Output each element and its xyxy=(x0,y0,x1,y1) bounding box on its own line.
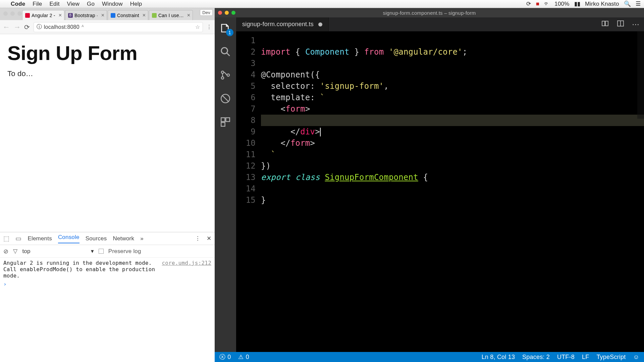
status-indent[interactable]: Spaces: 2 xyxy=(522,354,550,361)
devtools-close-icon[interactable]: ✕ xyxy=(207,235,211,242)
menu-file[interactable]: File xyxy=(33,1,42,7)
vscode-window: signup-form.component.ts – signup-form 1 xyxy=(215,8,644,362)
tab-title: Constraint xyxy=(117,13,139,18)
window-title: signup-form.component.ts – signup-form xyxy=(383,10,476,16)
menubar-user[interactable]: Mirko Knasto xyxy=(585,1,619,7)
devtools-menu-icon[interactable]: ⋮ xyxy=(195,235,201,242)
code-content[interactable]: import { Component } from '@angular/core… xyxy=(261,32,644,352)
devtools-panel: ⬚ ▭ Elements Console Sources Network » ⋮… xyxy=(0,232,215,362)
debug-icon[interactable] xyxy=(219,93,231,105)
info-icon[interactable]: ⓘ xyxy=(37,23,42,31)
menu-go[interactable]: Go xyxy=(87,1,95,7)
more-actions-icon[interactable]: ⋯ xyxy=(632,20,639,29)
editor-tab[interactable]: signup-form.component.ts xyxy=(236,17,329,31)
minimize-icon[interactable] xyxy=(225,11,229,15)
page-content: Sign Up Form To do… xyxy=(0,34,215,232)
status-warnings[interactable]: ⚠ 0 xyxy=(238,353,249,361)
close-tab-icon[interactable]: ✕ xyxy=(57,13,62,18)
status-cursor-pos[interactable]: Ln 8, Col 13 xyxy=(482,354,515,361)
console-source-link[interactable]: core.umd.js:212 xyxy=(162,260,212,279)
chrome-traffic-lights[interactable] xyxy=(3,11,22,16)
dev-extension-badge[interactable]: Dev xyxy=(200,9,213,16)
minimize-icon[interactable] xyxy=(10,11,15,16)
close-icon[interactable] xyxy=(3,11,8,16)
close-tab-icon[interactable]: ✕ xyxy=(185,13,191,18)
chrome-menu-icon[interactable]: ⋮ xyxy=(206,23,212,31)
console-output: Angular 2 is running in the development … xyxy=(0,258,215,362)
menu-help[interactable]: Help xyxy=(130,1,142,7)
split-editor-icon[interactable] xyxy=(616,19,625,29)
bookmark-icon[interactable]: ☆ xyxy=(195,24,200,30)
minimap[interactable] xyxy=(637,32,644,119)
compare-changes-icon[interactable] xyxy=(601,19,609,29)
explorer-icon[interactable]: 1 xyxy=(219,22,231,34)
svg-point-1 xyxy=(221,71,224,73)
search-icon[interactable] xyxy=(219,46,231,58)
mac-menubar: Code File Edit View Go Window Help ⟳ ■ ᯤ… xyxy=(0,0,644,8)
battery-pct: 100% xyxy=(554,1,569,7)
spotlight-icon[interactable]: 🔍 xyxy=(624,0,631,7)
status-bar: ⓧ 0 ⚠ 0 Ln 8, Col 13 Spaces: 2 UTF-8 LF … xyxy=(215,352,644,362)
zoom-icon[interactable] xyxy=(231,11,235,15)
preserve-log-label: Preserve log xyxy=(108,248,141,255)
code-editor[interactable]: 123456789101112131415 import { Component… xyxy=(236,32,644,352)
chrome-window: Angular 2 - ✕ B Bootstrap · ✕ Constraint… xyxy=(0,8,215,362)
devtools-tab-network[interactable]: Network xyxy=(113,235,134,242)
wifi-icon[interactable]: ᯤ xyxy=(544,1,550,7)
svg-point-2 xyxy=(221,77,224,79)
devtools-toolbar: ⬚ ▭ Elements Console Sources Network » ⋮… xyxy=(0,232,215,245)
extensions-icon[interactable] xyxy=(219,116,231,128)
devtools-more-icon[interactable]: » xyxy=(140,235,144,242)
status-eol[interactable]: LF xyxy=(582,354,589,361)
filter-icon[interactable]: ▽ xyxy=(13,248,17,255)
vscode-titlebar: signup-form.component.ts – signup-form xyxy=(215,8,644,17)
tab-title: Can I use… xyxy=(158,13,184,18)
feedback-icon[interactable]: ☺ xyxy=(633,354,639,361)
menu-view[interactable]: View xyxy=(67,1,79,7)
text-cursor xyxy=(320,128,321,136)
page-title: Sign Up Form xyxy=(7,42,207,65)
device-mode-icon[interactable]: ▭ xyxy=(15,235,21,242)
console-filters: ⊘ ▽ top ▾ Preserve log xyxy=(0,245,215,258)
address-bar[interactable]: ⓘ localhost:8080 ᴬ ☆ xyxy=(34,22,203,32)
sync-icon[interactable]: ⟳ xyxy=(526,0,531,7)
explorer-badge: 1 xyxy=(226,29,233,36)
close-tab-icon[interactable]: ✕ xyxy=(100,13,105,18)
clear-console-icon[interactable]: ⊘ xyxy=(3,248,8,255)
inspect-icon[interactable]: ⬚ xyxy=(3,235,9,242)
menubar-app[interactable]: Code xyxy=(11,1,25,7)
console-prompt[interactable]: › xyxy=(3,281,211,287)
favicon-icon xyxy=(152,13,157,18)
page-body: To do… xyxy=(7,69,207,78)
console-message: Angular 2 is running in the development … xyxy=(3,260,159,279)
stop-icon[interactable]: ■ xyxy=(536,1,539,7)
menu-edit[interactable]: Edit xyxy=(50,1,60,7)
source-control-icon[interactable] xyxy=(219,69,231,81)
devtools-tab-console[interactable]: Console xyxy=(58,234,79,243)
preserve-log-checkbox[interactable] xyxy=(99,249,104,254)
angular-icon xyxy=(25,13,30,18)
context-selector[interactable]: top ▾ xyxy=(22,248,94,255)
reader-icon[interactable]: ᴬ xyxy=(82,24,84,30)
devtools-tab-elements[interactable]: Elements xyxy=(28,235,52,242)
reload-icon[interactable]: ⟳ xyxy=(24,23,30,31)
zoom-icon[interactable] xyxy=(17,11,22,16)
browser-tab-bootstrap[interactable]: B Bootstrap · ✕ xyxy=(65,10,107,20)
browser-tab-constraint[interactable]: Constraint ✕ xyxy=(108,10,148,20)
menu-icon[interactable]: ☰ xyxy=(636,0,641,7)
close-icon[interactable] xyxy=(218,11,222,15)
browser-tab-angular[interactable]: Angular 2 - ✕ xyxy=(22,10,64,20)
back-icon[interactable]: ← xyxy=(3,23,10,32)
status-errors[interactable]: ⓧ 0 xyxy=(219,353,231,361)
status-encoding[interactable]: UTF-8 xyxy=(557,354,575,361)
menu-window[interactable]: Window xyxy=(102,1,123,7)
battery-icon[interactable]: ▮▮ xyxy=(574,0,580,7)
tab-title: Angular 2 - xyxy=(32,13,55,18)
bootstrap-icon: B xyxy=(68,13,73,18)
svg-rect-6 xyxy=(226,118,229,121)
browser-tab-caniuse[interactable]: Can I use… ✕ xyxy=(149,10,193,20)
status-language[interactable]: TypeScript xyxy=(596,354,626,361)
close-tab-icon[interactable]: ✕ xyxy=(141,13,146,18)
svg-point-0 xyxy=(221,48,227,54)
devtools-tab-sources[interactable]: Sources xyxy=(86,235,107,242)
